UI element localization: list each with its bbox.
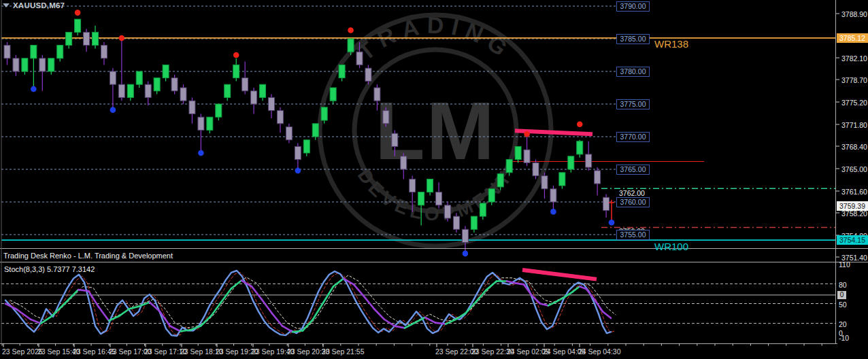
stoch-signal-line: [5, 279, 611, 332]
stoch-axis-badge: 0: [837, 291, 846, 299]
price-badge-3785-12: 3785.12: [837, 33, 868, 43]
buy-signal-dot: [295, 168, 301, 174]
chevron-down-icon[interactable]: [3, 3, 10, 7]
price-axis-label: 3788.90: [841, 10, 867, 18]
symbol-title-text: XAUUSD,M67: [13, 1, 65, 10]
sell-signal-dot: [577, 121, 583, 127]
price-axis-label: 3765.00: [841, 165, 867, 173]
stoch-axis-label: -10: [839, 334, 849, 342]
sell-signal-dot: [524, 131, 530, 137]
subwindow-title: Trading Desk Renko - L.M. Trading & Deve…: [3, 252, 173, 260]
stoch-axis-label: 80: [839, 281, 847, 289]
chart-canvas[interactable]: LMTRADINGDEVELOPMENT: [0, 0, 868, 359]
sell-signal-dot: [75, 10, 81, 16]
price-axis-label: 3761.60: [841, 188, 867, 196]
wr100-label: WR100: [654, 241, 688, 252]
stoch-axis-label: 50: [839, 301, 847, 309]
price-level-box-3775[interactable]: 3775.00: [616, 99, 650, 109]
price-level-box-3755[interactable]: 3755.00: [616, 230, 650, 240]
price-level-box-3780[interactable]: 3780.00: [616, 67, 650, 77]
price-badge-3754-15: 3754.15: [837, 235, 868, 245]
sell-signal-dot: [119, 35, 125, 41]
price-note-3762: 3762.00: [619, 190, 645, 197]
sell-signal-dot: [233, 52, 239, 58]
time-axis-label[interactable]: 23 Sep 21:55: [322, 347, 364, 356]
price-level-box-3770[interactable]: 3770.00: [616, 132, 650, 142]
signal-dots: [31, 10, 614, 256]
time-axis-label[interactable]: 23 Sep 2025: [2, 347, 43, 356]
symbol-title: XAUUSD,M67: [3, 2, 65, 10]
time-axis-label[interactable]: 24 Sep 04:30: [578, 347, 620, 356]
price-level-box-3785[interactable]: 3785.00: [616, 34, 650, 44]
wr138-label: WR138: [654, 39, 688, 49]
buy-signal-dot: [198, 150, 204, 156]
stoch-indicator-label: Stoch(8,3,3) 5.7377 7.3142: [4, 265, 95, 273]
price-axis-label: 3775.20: [841, 99, 867, 107]
price-level-box-3765[interactable]: 3765.00: [616, 165, 650, 175]
buy-signal-dot: [31, 86, 37, 92]
buy-signal-dot: [550, 209, 556, 215]
stoch-trendline[interactable]: [522, 270, 597, 279]
buy-signal-dot: [609, 220, 615, 226]
price-axis-label: 3768.40: [841, 143, 867, 151]
sell-signal-dot: [348, 27, 354, 33]
price-axis-label: 3782.10: [841, 54, 867, 63]
price-axis-label: 3778.70: [841, 76, 867, 84]
buy-signal-dot: [110, 107, 116, 113]
chart-window: LMTRADINGDEVELOPMENT XAUUSD,M67 WR138 WR…: [0, 0, 868, 359]
price-level-box-3760[interactable]: 3760.00: [616, 197, 650, 207]
watermark-initials: LM: [375, 85, 495, 176]
price-axis-label: 3771.80: [841, 121, 867, 129]
price-level-box-3790[interactable]: 3790.00: [616, 1, 650, 12]
buy-signal-dot: [463, 251, 469, 257]
price-badge-3759-39: 3759.39: [837, 201, 868, 211]
stoch-axis-label: 110: [839, 260, 850, 269]
stoch-axis-label: 20: [839, 320, 847, 328]
current-price-marker: [609, 200, 614, 220]
